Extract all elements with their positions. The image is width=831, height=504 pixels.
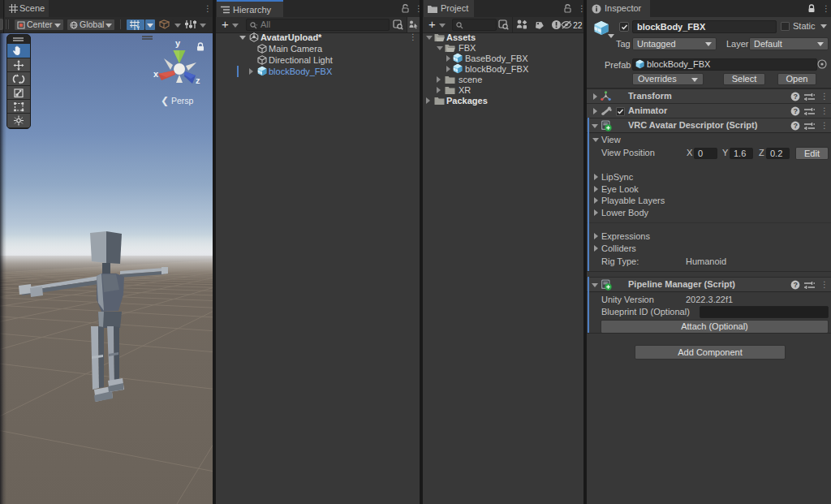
svg-text:Y: Y bbox=[136, 25, 140, 30]
svg-text:?: ? bbox=[794, 107, 799, 115]
svg-text:y: y bbox=[175, 38, 181, 48]
svg-text:?: ? bbox=[794, 93, 799, 101]
svg-text:?: ? bbox=[794, 281, 799, 289]
svg-text:x: x bbox=[153, 69, 159, 79]
svg-text:z: z bbox=[196, 75, 200, 85]
svg-text:?: ? bbox=[794, 122, 799, 130]
